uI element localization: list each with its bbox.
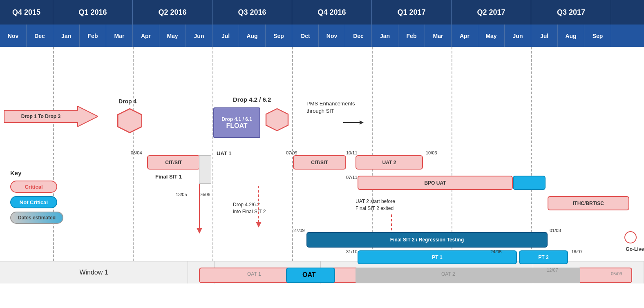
month-mar-2016: Mar (106, 25, 133, 47)
drop41-61-box: Drop 4.1 / 6.1 FLOAT (213, 107, 260, 138)
oat-label: OAT (302, 271, 316, 279)
q4-2016: Q4 2016 (292, 0, 372, 25)
float-text: FLOAT (226, 122, 247, 129)
month-jan-2016: Jan (53, 25, 80, 47)
date-2709: 27/09 (293, 228, 305, 233)
q4-2015: Q4 2015 (0, 0, 53, 25)
drop42-arrow (258, 186, 259, 223)
svg-text:Drop 1 To Drop 3: Drop 1 To Drop 3 (21, 114, 61, 119)
ithc-bar: ITHC/BRT/SC (548, 196, 629, 210)
drop4-label: Drop 4 (119, 98, 136, 105)
month-may-2016: May (159, 25, 186, 47)
svg-marker-2 (118, 109, 142, 133)
gridline-q1q2-17 (452, 47, 452, 261)
q3-2016: Q3 2016 (212, 0, 292, 25)
month-dec-2016: Dec (345, 25, 372, 47)
month-mar-2017: Mar (425, 25, 452, 47)
svg-marker-5 (360, 121, 364, 125)
q1-2017: Q1 2017 (372, 0, 452, 25)
key-not-critical-label: Not Critical (20, 199, 48, 205)
month-may-2017: May (478, 25, 505, 47)
date-0108: 01/08 (550, 228, 561, 233)
bpo-uat-blue-ext (513, 176, 546, 190)
svg-marker-3 (266, 109, 288, 131)
bpo-uat-bar: BPO UAT (358, 176, 513, 190)
date-1305: 13/05 (176, 192, 187, 197)
gridline-q4q1 (53, 47, 54, 261)
month-header: Nov Dec Jan Feb Mar Apr May Jun Jul Aug … (0, 25, 644, 47)
key-title: Key (10, 170, 63, 176)
month-oct-2016: Oct (292, 25, 319, 47)
key-critical: Critical (10, 181, 63, 193)
date-0606: 06/06 (199, 192, 210, 197)
month-sep-2017: Sep (584, 25, 611, 47)
gridline-q2q3 (212, 47, 213, 261)
oat2-label: OAT 2 (441, 271, 455, 277)
drop42-arrow-head (256, 222, 262, 229)
month-apr-2016: Apr (133, 25, 159, 47)
month-nov-2016: Nov (319, 25, 345, 47)
q2-2016: Q2 2016 (133, 0, 212, 25)
month-feb-2016: Feb (80, 25, 106, 47)
date-2405: 24/05 (490, 249, 502, 254)
month-sep-2016: Sep (266, 25, 292, 47)
uat2-bar: UAT 2 (356, 155, 423, 170)
quarter-header: Q4 2015 Q1 2016 Q2 2016 Q3 2016 Q4 2016 … (0, 0, 644, 25)
cit-sit-1-bar: CIT/SIT (147, 155, 200, 170)
q3-2017: Q3 2017 (531, 0, 611, 25)
cit-sit-2-bar: CIT/SIT (293, 155, 346, 170)
q1-2016: Q1 2016 (53, 0, 133, 25)
svg-marker-6 (256, 222, 262, 228)
month-jun-2017: Jun (505, 25, 531, 47)
final-sit2-bar: Final SIT 2 / Regression Testing (306, 232, 548, 248)
date-3110: 31/10 (346, 249, 358, 254)
key-dates-estimated: Dates estimated (10, 212, 63, 224)
gantt-chart: Q4 2015 Q1 2016 Q2 2016 Q3 2016 Q4 2016 … (0, 0, 644, 308)
key-not-critical: Not Critical (10, 196, 63, 208)
month-jan-2017: Jan (372, 25, 398, 47)
svg-marker-7 (197, 228, 202, 234)
month-jul-2016: Jul (212, 25, 239, 47)
arrow-down-1 (199, 184, 200, 229)
arrow-down-1-head (197, 228, 202, 235)
month-dec-2015: Dec (27, 25, 53, 47)
key-critical-label: Critical (25, 184, 42, 190)
month-jul-2017: Jul (531, 25, 558, 47)
gantt-body: Drop 1 To Drop 3 Drop 4 Drop 4.2 / 6.2 D… (0, 47, 644, 261)
drop42-62-label: Drop 4.2 / 6.2 (233, 96, 271, 103)
date-0711: 07/11 (346, 175, 358, 180)
pms-label: PMS Enhancements through SIT (306, 100, 355, 115)
month-jun-2016: Jun (186, 25, 212, 47)
gridline-q4q1-17 (372, 47, 373, 261)
go-live-label: Go-Live (626, 246, 644, 252)
pms-arrow (343, 118, 364, 128)
key-section: Key Critical Not Critical Dates estimate… (10, 170, 63, 224)
date-0604: 06/04 (131, 150, 142, 155)
date-1207: 12/07 (547, 268, 558, 272)
month-aug-2017: Aug (558, 25, 584, 47)
drop4-hexagon (116, 107, 143, 134)
month-nov-2015: Nov (0, 25, 27, 47)
window-1: Window 1 (0, 261, 188, 283)
date-1807: 18/07 (571, 249, 583, 254)
key-dates-estimated-label: Dates estimated (18, 215, 56, 221)
drop42-hexagon (265, 107, 289, 132)
float-box (199, 155, 211, 184)
q2-2017: Q2 2017 (452, 0, 531, 25)
drop41-61-text: Drop 4.1 / 6.1 (221, 116, 252, 122)
date-0709: 07/09 (286, 150, 297, 155)
uat2-note: UAT 2 start before Final SIT 2 exited (356, 198, 395, 212)
date-0509: 05/09 (611, 271, 622, 276)
month-feb-2017: Feb (398, 25, 425, 47)
go-live-circle (624, 231, 637, 243)
drop42-note: Drop 4.2/6.2 into Final SIT 2 (233, 201, 266, 215)
drop1-to-drop3-arrow: Drop 1 To Drop 3 (4, 106, 98, 127)
oat1-label: OAT 1 (247, 271, 261, 277)
uat1-label: UAT 1 (217, 150, 232, 156)
month-aug-2016: Aug (239, 25, 266, 47)
final-sit1-label: Final SIT 1 (155, 174, 182, 180)
month-apr-2017: Apr (452, 25, 478, 47)
date-1011: 10/11 (346, 150, 358, 155)
gridline-q2q3-17 (531, 47, 532, 261)
date-1003: 10/03 (426, 150, 437, 155)
